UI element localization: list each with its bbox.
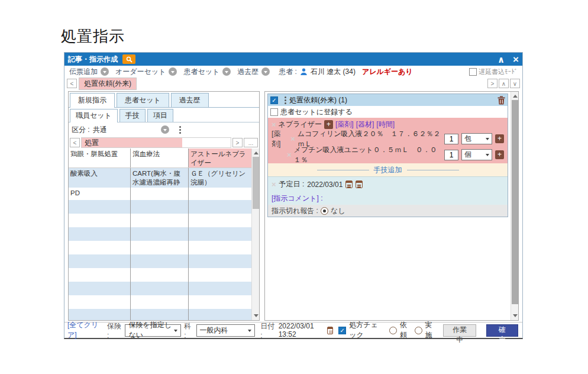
department-value: 一般内科 [200,325,228,336]
delete-order-button[interactable] [497,96,505,105]
remove-procedure-icon[interactable]: × [272,120,276,129]
order-entry-window: 記事・指示作成 ∧ × 伝票追加 オーダーセット 患者セット 過去歴 患者 : … [64,52,523,339]
tab-past-history[interactable]: 過去歴 [171,93,209,107]
register-patient-set-checkbox[interactable] [270,108,278,116]
working-button[interactable]: 作業中 [443,324,476,337]
tab-item[interactable]: 項目 [147,109,173,122]
table-cell[interactable] [131,188,189,200]
patient-set-dropdown-icon[interactable] [222,67,231,76]
rx-check-checkbox[interactable]: ✓ [338,327,346,334]
time-detail-link[interactable]: [時間] [376,120,395,130]
table-cell[interactable]: PD [69,188,131,200]
table-row: 鶏眼・胼胝処置 瀉血療法 アストールネブライザー [69,149,251,168]
drug-unit-select[interactable]: 包 [461,133,492,144]
add-slip-dropdown-icon[interactable] [101,67,109,76]
close-window-button[interactable]: × [513,54,519,65]
delay-write-label: 遅延書込ﾓｰﾄﾞ [479,67,518,76]
delay-write-checkbox[interactable] [469,68,477,76]
drug-quantity-input[interactable] [444,150,458,160]
tab-staff-set[interactable]: 職員セット [70,109,118,122]
order-select-checkbox[interactable]: ✓ [270,96,278,104]
scroll-up-icon[interactable] [511,92,519,99]
patient-label: 患者 : [279,67,297,77]
category-dropdown-icon[interactable] [161,125,169,134]
table-cell[interactable]: ＧＥ（グリセリン浣腸） [189,168,251,188]
tab-technique[interactable]: 手技 [119,109,146,122]
page-title: 処置指示 [61,26,125,47]
scroll-down-icon[interactable] [252,312,260,320]
tab-new-order[interactable]: 新規指示 [70,93,115,108]
history-dropdown-icon[interactable] [261,67,270,76]
add-technique-link[interactable]: 手技追加 [374,165,402,175]
order-set-dropdown-icon[interactable] [169,67,177,76]
table-row [69,227,251,241]
bottom-bar: [全てクリア] 保険 : 保険を指定しない 科 : 一般内科 日付 : 2022… [64,322,522,338]
collapse-window-button[interactable]: ∧ [497,55,505,64]
breadcrumb-more-button[interactable]: ... [244,138,258,147]
instruction-comment-link[interactable]: [指示コメント] : [272,194,322,204]
schedule-label: 予定日 : [279,179,305,189]
search-button[interactable] [122,54,135,64]
calendar-edit-icon[interactable] [356,180,363,188]
add-drug-button[interactable]: + [495,134,504,143]
breadcrumb-item-treatment[interactable]: 処置 [82,138,182,147]
add-slip-button[interactable]: 伝票追加 [69,67,98,77]
search-icon [126,56,133,63]
right-panel-scrollbar[interactable] [511,92,518,320]
table-cell-selected[interactable]: アストールネブライザー [189,149,251,167]
tab-scroll-right-button[interactable]: > [487,79,497,88]
scrollbar-thumb[interactable] [512,100,518,304]
order-menu-icon[interactable] [285,96,286,104]
table-cell[interactable]: 瀉血療法 [131,149,189,167]
breadcrumb-back-button[interactable]: < [70,138,80,147]
tab-treatment-request[interactable]: 処置依頼(外来) [79,78,137,90]
add-detail-button[interactable]: + [324,120,333,129]
table-cell[interactable] [189,188,251,200]
scroll-up-icon[interactable] [252,149,260,156]
table-cell[interactable]: CART(胸水・腹水濾過濃縮再静注法) [131,168,189,188]
confirm-button[interactable]: 確定 [486,324,518,337]
tab-patient-set[interactable]: 患者セット [117,93,169,107]
calendar-icon[interactable] [345,180,353,188]
breadcrumb-forward-button[interactable]: > [232,138,243,147]
patient-name: 石川 遼太 (34) [311,67,356,77]
department-select[interactable]: 一般内科 [196,324,256,337]
scroll-down-icon[interactable] [511,312,519,320]
add-technique-row: 手技追加 [268,163,508,176]
category-row: 区分 : 共通 [69,122,259,137]
left-table-scrollbar[interactable] [251,149,259,320]
history-button[interactable]: 過去歴 [237,67,259,77]
clear-all-link[interactable]: [全てクリア] [67,320,101,340]
divider-line [407,170,459,170]
equipment-detail-link[interactable]: [器材] [356,120,374,130]
tab-move-up-button[interactable]: ∧ [499,79,509,88]
add-drug-button[interactable]: + [495,150,504,159]
category-menu-icon[interactable] [179,126,181,134]
drug-quantity-input[interactable] [444,134,458,144]
table-cell[interactable]: 鶏眼・胼胝処置 [69,149,131,167]
execute-radio[interactable] [415,327,422,334]
insurance-label: 保険 : [107,321,122,340]
table-cell[interactable]: 酸素吸入 [69,168,131,188]
schedule-block: × 予定日 : 2022/03/01 [指示コメント] : [268,176,508,205]
request-radio[interactable] [389,327,397,334]
drug-detail-link[interactable]: [薬剤] [335,120,354,130]
remove-drug-icon[interactable]: × [287,150,292,159]
date-calendar-icon[interactable] [327,327,333,334]
expiry-none-label: なし [331,206,345,216]
insurance-select[interactable]: 保険を指定しない [125,324,181,337]
order-set-button[interactable]: オーダーセット [115,67,166,77]
remove-drug-icon[interactable]: × [290,134,295,143]
patient-set-button[interactable]: 患者セット [183,67,219,77]
drug-unit-value: 包 [464,134,471,144]
table-row [69,282,251,295]
divider-line [317,170,369,170]
expiry-none-radio[interactable] [321,207,328,215]
department-label: 科 : [184,321,193,340]
tab-scroll-left-button[interactable]: < [67,79,77,88]
scrollbar-thumb[interactable] [253,157,259,209]
tab-move-down-button[interactable]: ∨ [510,79,520,88]
chevron-down-icon [248,330,251,334]
remove-schedule-icon[interactable]: × [272,180,276,189]
drug-unit-select[interactable]: 個 [461,149,492,160]
